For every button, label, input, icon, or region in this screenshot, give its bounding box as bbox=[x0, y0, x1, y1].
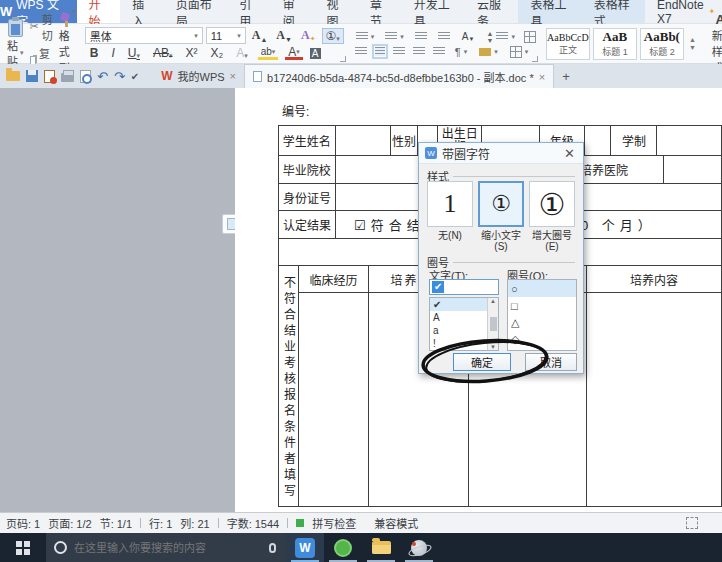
bold-button[interactable]: B bbox=[87, 46, 102, 60]
tab-developer[interactable]: 开发工具 bbox=[402, 0, 465, 23]
cell-experience-header[interactable]: 临床经历 bbox=[299, 266, 369, 292]
enclose-characters-button[interactable]: ①▾ bbox=[322, 28, 344, 44]
paste-button[interactable]: 粘贴 ▾ bbox=[3, 19, 28, 69]
font-size-combo[interactable]: 11 ▾ bbox=[206, 27, 246, 44]
cancel-button[interactable]: 取消 bbox=[525, 353, 577, 371]
cell-result-label[interactable]: 认定结果 bbox=[279, 211, 336, 238]
style-option-shrink-text[interactable]: ① bbox=[478, 181, 524, 227]
list-item[interactable]: ◇ bbox=[508, 331, 576, 348]
cell-id-label[interactable]: 身份证号 bbox=[279, 184, 336, 210]
subscript-button[interactable]: X₂ bbox=[207, 46, 226, 60]
justify-button[interactable] bbox=[413, 47, 425, 56]
cell-duration-label[interactable]: 学制 bbox=[611, 126, 657, 155]
tab-section[interactable]: 章节 bbox=[358, 0, 402, 23]
scroll-down-icon[interactable]: ▼ bbox=[689, 44, 696, 51]
tab-my-wps[interactable]: W 我的WPS × bbox=[153, 64, 244, 88]
new-tab-button[interactable]: + bbox=[554, 64, 578, 88]
tab-review[interactable]: 审阅 bbox=[271, 0, 315, 23]
cell-blank[interactable] bbox=[657, 126, 721, 155]
cut-button[interactable]: ✂ 剪切 bbox=[28, 11, 55, 43]
taskbar-file-explorer[interactable] bbox=[362, 533, 400, 562]
list-item[interactable]: ○ bbox=[508, 280, 576, 297]
align-right-button[interactable] bbox=[393, 47, 405, 56]
paragraph-dialog-launcher-icon[interactable] bbox=[532, 56, 538, 62]
list-item[interactable]: a bbox=[430, 324, 487, 337]
style-normal[interactable]: AaBbCcD 正文 bbox=[546, 28, 590, 60]
close-icon[interactable]: ✕ bbox=[562, 146, 577, 161]
export-pdf-icon[interactable] bbox=[44, 70, 55, 83]
close-icon[interactable]: × bbox=[539, 71, 545, 83]
cell-blank[interactable] bbox=[336, 126, 391, 155]
tab-view[interactable]: 视图 bbox=[314, 0, 358, 23]
scroll-up-icon[interactable]: ▲ bbox=[490, 298, 496, 304]
styles-scroll[interactable]: ▲ ▼ bbox=[687, 36, 698, 51]
close-icon[interactable]: × bbox=[230, 70, 236, 82]
increase-indent-button[interactable] bbox=[436, 32, 452, 41]
font-name-combo[interactable]: 黑体 ▾ bbox=[85, 27, 203, 44]
strikethrough-button[interactable]: AB▾ bbox=[150, 46, 176, 60]
tab-document[interactable]: b17240d6-b5da-4874-bc5d-d8efbbe163b0 - 副… bbox=[244, 64, 554, 88]
ok-button[interactable]: 确定 bbox=[453, 353, 511, 371]
cell-blank[interactable] bbox=[299, 293, 369, 506]
font-dialog-launcher-icon[interactable] bbox=[340, 56, 346, 62]
scrollbar[interactable]: ▲ ▼ bbox=[487, 298, 498, 350]
text-effects-button[interactable]: A▾ bbox=[233, 46, 251, 60]
list-item[interactable]: △ bbox=[508, 314, 576, 331]
taskbar-search[interactable] bbox=[46, 533, 286, 562]
numbering-button[interactable]: ▾ bbox=[383, 32, 406, 41]
borders-button[interactable]: ▾ bbox=[508, 46, 531, 58]
phonetic-guide-button[interactable]: A✦ bbox=[298, 28, 319, 43]
cell-gender-label[interactable]: 性别 bbox=[391, 126, 419, 155]
decrease-indent-button[interactable] bbox=[413, 32, 429, 41]
redo-icon[interactable]: ↷ bbox=[114, 70, 125, 83]
tab-table-tools[interactable]: 表格工具 bbox=[518, 0, 581, 23]
tab-table-style[interactable]: 表格样式 bbox=[582, 0, 645, 23]
scroll-down-icon[interactable]: ▼ bbox=[490, 344, 496, 350]
taskbar-wps-app[interactable]: W bbox=[286, 533, 324, 562]
character-shading-button[interactable]: A bbox=[310, 48, 321, 59]
cell-blank[interactable] bbox=[664, 156, 721, 183]
tab-home[interactable]: 开始 bbox=[77, 0, 121, 23]
font-color-button[interactable]: A▾ bbox=[285, 47, 303, 60]
status-word-count[interactable]: 字数: 1544 bbox=[227, 515, 280, 531]
select-objects-icon[interactable] bbox=[686, 517, 698, 529]
scrollbar-thumb[interactable] bbox=[490, 317, 497, 331]
bullets-button[interactable]: ▾ bbox=[354, 32, 377, 41]
italic-button[interactable]: I bbox=[108, 46, 117, 60]
circle-list[interactable]: ○ □ △ ◇ bbox=[507, 279, 577, 351]
text-list[interactable]: ✔ A a ! ▲ ▼ bbox=[429, 297, 499, 351]
tab-page-layout[interactable]: 页面布局 bbox=[164, 0, 227, 23]
tab-insert[interactable]: 插入 bbox=[120, 0, 164, 23]
dialog-title-bar[interactable]: W 带圈字符 ✕ bbox=[419, 143, 583, 164]
tab-cloud[interactable]: 云服务 bbox=[465, 0, 518, 23]
undo-icon[interactable]: ↶ bbox=[97, 70, 108, 83]
cell-student-name-label[interactable]: 学生姓名 bbox=[279, 126, 336, 155]
character-scale-button[interactable]: A▼ bbox=[459, 31, 478, 42]
scroll-up-icon[interactable]: ▲ bbox=[689, 36, 696, 43]
style-heading2[interactable]: AaBb( 标题 2 bbox=[640, 28, 684, 60]
superscript-button[interactable]: X² bbox=[182, 46, 200, 60]
align-center-button[interactable] bbox=[375, 47, 385, 56]
align-left-button[interactable] bbox=[355, 47, 367, 56]
list-item[interactable]: A bbox=[430, 311, 487, 324]
underline-button[interactable]: U▾ bbox=[125, 46, 143, 60]
line-spacing-button[interactable]: ▲▼▾ bbox=[484, 30, 516, 44]
cell-content-header[interactable]: 培养内容 bbox=[587, 266, 721, 292]
customize-toolbar-icon[interactable]: ✔ bbox=[131, 71, 139, 82]
highlight-button[interactable]: ab▾ bbox=[258, 47, 279, 60]
open-file-icon[interactable] bbox=[6, 71, 20, 81]
style-option-none[interactable]: 1 bbox=[427, 181, 473, 227]
style-heading1[interactable]: AaB 标题 1 bbox=[593, 28, 637, 60]
distribute-button[interactable] bbox=[433, 47, 445, 56]
list-item[interactable]: ! bbox=[430, 337, 487, 350]
print-icon[interactable] bbox=[61, 73, 74, 82]
list-item[interactable]: ✔ bbox=[430, 298, 487, 311]
taskbar-planet-app[interactable] bbox=[400, 533, 438, 562]
print-preview-icon[interactable] bbox=[80, 70, 91, 83]
shrink-font-button[interactable]: A▼ bbox=[273, 28, 295, 43]
draw-table-icon[interactable] bbox=[524, 31, 536, 43]
text-input[interactable]: ✔ bbox=[429, 279, 499, 295]
list-item[interactable]: □ bbox=[508, 297, 576, 314]
document-area[interactable]: ▾ 编号: 学生姓名 性别 出生日期 年级 学制 毕业院校 培养医院 bbox=[0, 88, 722, 512]
paragraph-layout-button[interactable]: ¶▾ bbox=[453, 46, 469, 58]
